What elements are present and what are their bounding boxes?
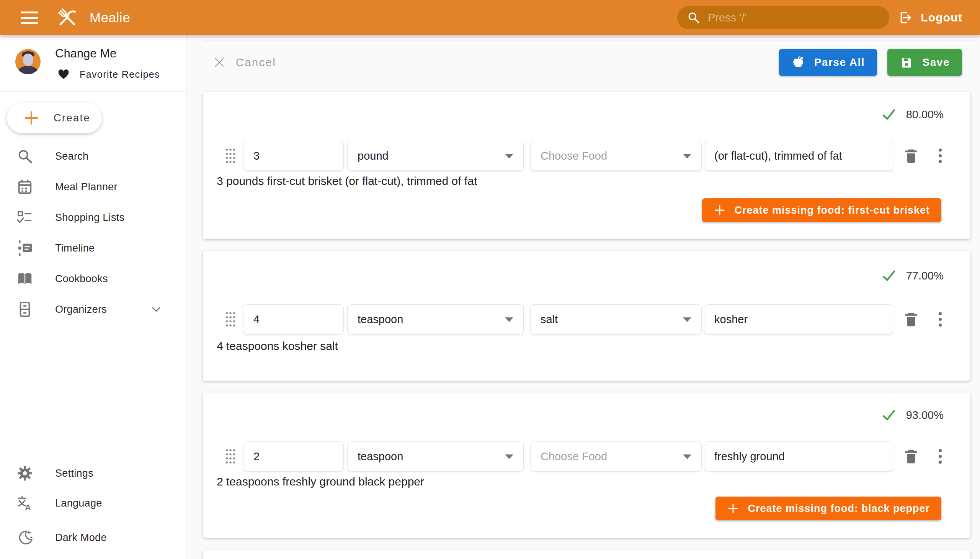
favorite-recipes-label: Favorite Recipes [79, 69, 160, 80]
create-button[interactable]: Create [7, 103, 102, 133]
sidebar-item-dark-mode[interactable]: Dark Mode [0, 522, 186, 553]
sidebar-item-language[interactable]: Language [0, 488, 186, 518]
sidebar-item-organizers[interactable]: Organizers [0, 294, 186, 325]
note-input[interactable] [714, 450, 883, 463]
sidebar: Change Me Favorite Recipes Create Search… [0, 35, 187, 559]
logout-button[interactable]: Logout [897, 0, 962, 35]
open-book-icon [16, 270, 34, 288]
quantity-input[interactable] [253, 150, 334, 162]
sidebar-item-cookbooks[interactable]: Cookbooks [0, 263, 186, 294]
timeline-icon [16, 239, 34, 257]
caret-down-icon [683, 318, 691, 322]
unit-select[interactable]: pound [347, 141, 524, 171]
confidence-indicator: 93.00% [881, 407, 944, 423]
profile-section: Change Me Favorite Recipes [0, 46, 186, 91]
more-options-button[interactable] [936, 310, 944, 329]
caret-down-icon [683, 154, 691, 159]
drag-handle-icon[interactable] [224, 311, 236, 328]
quantity-field[interactable] [243, 141, 344, 171]
quantity-field[interactable] [243, 304, 344, 334]
magnifier-icon [16, 147, 34, 165]
file-cabinet-icon [16, 301, 34, 318]
caret-down-icon [505, 154, 513, 159]
confidence-value: 77.00% [906, 270, 944, 282]
caret-down-icon [683, 455, 691, 459]
parse-all-button[interactable]: Parse All [779, 49, 877, 76]
caret-down-icon [505, 318, 513, 322]
quantity-input[interactable] [253, 450, 334, 463]
note-input[interactable] [714, 150, 883, 162]
heart-icon [58, 68, 70, 80]
app-header: Mealie Logout [0, 0, 980, 35]
search-input[interactable] [708, 12, 880, 24]
sidebar-item-search[interactable]: Search [0, 141, 186, 172]
original-ingredient-text: 3 pounds first-cut brisket (or flat-cut)… [216, 175, 477, 188]
plus-icon [23, 109, 40, 126]
plus-icon [727, 502, 739, 514]
ingredient-card-partial [203, 550, 970, 559]
sidebar-divider [0, 91, 186, 91]
parser-toolbar: Cancel Parse All Save [203, 49, 970, 76]
confidence-value: 80.00% [906, 108, 944, 121]
favorite-recipes-link[interactable]: Favorite Recipes [58, 68, 160, 80]
calendar-icon [16, 178, 34, 196]
create-missing-food-button[interactable]: Create missing food: first-cut brisket [702, 198, 941, 222]
drag-handle-icon[interactable] [224, 147, 236, 164]
quantity-field[interactable] [243, 442, 344, 471]
delete-ingredient-button[interactable] [903, 147, 919, 165]
hamburger-menu-icon[interactable] [21, 12, 38, 24]
chevron-down-icon [149, 303, 163, 316]
cancel-button[interactable]: Cancel [213, 49, 276, 76]
sidebar-item-shopping-lists[interactable]: Shopping Lists [0, 202, 186, 233]
quantity-input[interactable] [253, 313, 334, 326]
note-input[interactable] [714, 313, 883, 326]
create-missing-food-button[interactable]: Create missing food: black pepper [716, 496, 941, 520]
trash-icon [903, 310, 919, 329]
food-select[interactable]: salt [530, 304, 702, 334]
logout-icon [897, 10, 913, 26]
drag-handle-icon[interactable] [224, 448, 236, 465]
trash-icon [903, 447, 919, 466]
user-name[interactable]: Change Me [55, 47, 116, 61]
global-search[interactable] [677, 6, 889, 29]
plus-icon [714, 204, 726, 216]
mealie-logo-icon[interactable] [56, 6, 79, 29]
original-ingredient-text: 2 teaspoons freshly ground black pepper [216, 475, 424, 488]
close-icon [213, 56, 226, 69]
sidebar-item-meal-planner[interactable]: Meal Planner [0, 172, 186, 202]
confidence-value: 93.00% [906, 409, 944, 422]
scrolled-content-edge [203, 41, 974, 41]
logout-label: Logout [921, 11, 962, 24]
confidence-indicator: 77.00% [881, 268, 944, 284]
note-field[interactable] [704, 304, 893, 334]
create-label: Create [54, 112, 90, 124]
check-icon [881, 407, 897, 423]
note-field[interactable] [704, 141, 893, 171]
sidebar-item-settings[interactable]: Settings [0, 458, 186, 489]
check-icon [881, 106, 897, 122]
original-ingredient-text: 4 teaspoons kosher salt [216, 340, 338, 352]
checklist-icon [16, 209, 34, 226]
save-button[interactable]: Save [887, 49, 962, 76]
floppy-save-icon [900, 56, 913, 69]
delete-ingredient-button[interactable] [903, 310, 919, 329]
kebab-menu-icon [936, 310, 944, 329]
more-options-button[interactable] [936, 147, 944, 165]
delete-ingredient-button[interactable] [903, 447, 919, 466]
search-icon [686, 10, 701, 25]
avatar[interactable] [15, 49, 41, 74]
note-field[interactable] [704, 442, 893, 471]
food-select[interactable]: Choose Food [530, 141, 702, 171]
trash-icon [903, 147, 919, 165]
unit-select[interactable]: teaspoon [347, 304, 524, 334]
more-options-button[interactable] [936, 447, 944, 466]
apple-icon [791, 56, 805, 69]
unit-select[interactable]: teaspoon [347, 442, 524, 471]
food-select[interactable]: Choose Food [530, 442, 702, 471]
ingredient-card-1: 80.00% pound Choose Food [203, 92, 970, 239]
kebab-menu-icon [936, 147, 944, 165]
main-content: Cancel Parse All Save 80.00% pound [187, 35, 980, 559]
sidebar-item-timeline[interactable]: Timeline [0, 233, 186, 263]
app-title: Mealie [89, 10, 130, 25]
confidence-indicator: 80.00% [881, 106, 944, 122]
